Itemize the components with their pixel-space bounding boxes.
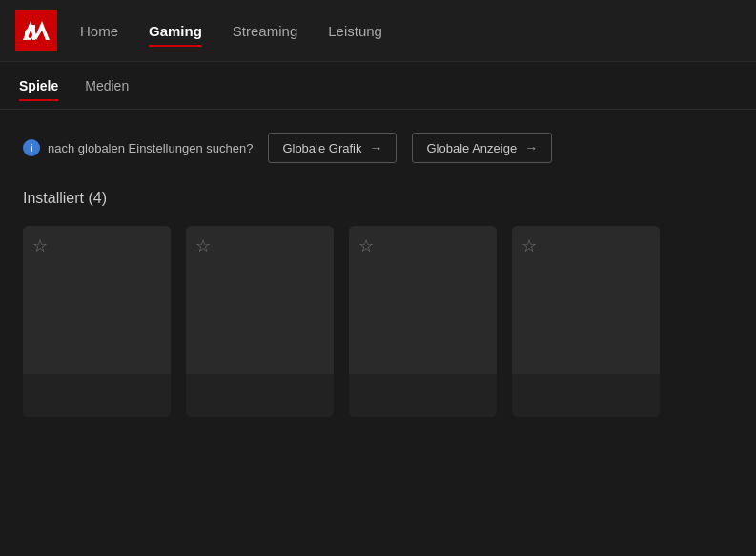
- subnav-item-medien[interactable]: Medien: [85, 74, 129, 97]
- info-icon: i: [23, 139, 40, 156]
- anzeige-arrow-icon: →: [524, 140, 538, 155]
- nav-item-gaming[interactable]: Gaming: [149, 19, 202, 43]
- game-card-2-bottom: [186, 374, 334, 417]
- nav-item-leistung[interactable]: Leistung: [328, 19, 382, 43]
- globale-anzeige-label: Globale Anzeige: [426, 141, 517, 155]
- game-card-1-top: ☆: [23, 226, 171, 374]
- grafik-arrow-icon: →: [369, 140, 382, 155]
- game-card-4[interactable]: ☆: [512, 226, 660, 417]
- globale-anzeige-button[interactable]: Globale Anzeige →: [412, 133, 552, 163]
- game-card-3[interactable]: ☆: [349, 226, 497, 417]
- game-card-3-bottom: [349, 374, 497, 417]
- info-text-group: i nach globalen Einstellungen suchen?: [23, 139, 253, 156]
- game-4-star-icon[interactable]: ☆: [521, 236, 537, 257]
- game-card-4-top: ☆: [512, 226, 660, 374]
- game-card-4-bottom: [512, 374, 660, 417]
- section-title: Installiert (4): [23, 190, 733, 207]
- info-bar: i nach globalen Einstellungen suchen? Gl…: [23, 133, 733, 163]
- main-content: i nach globalen Einstellungen suchen? Gl…: [0, 110, 756, 440]
- game-3-star-icon[interactable]: ☆: [358, 236, 374, 257]
- game-card-1-bottom: [23, 374, 171, 417]
- info-text: nach globalen Einstellungen suchen?: [48, 141, 253, 155]
- nav-items: Home Gaming Streaming Leistung: [80, 19, 382, 43]
- game-card-3-top: ☆: [349, 226, 497, 374]
- top-navigation: d Home Gaming Streaming Leistung: [0, 0, 756, 62]
- games-grid: ☆ ☆ ☆ ☆: [23, 226, 733, 417]
- subnav-item-spiele[interactable]: Spiele: [19, 74, 58, 97]
- nav-item-streaming[interactable]: Streaming: [233, 19, 297, 43]
- sub-navigation: Spiele Medien: [0, 62, 756, 110]
- game-card-1[interactable]: ☆: [23, 226, 171, 417]
- globale-grafik-button[interactable]: Globale Grafik →: [268, 133, 397, 163]
- game-card-2[interactable]: ☆: [186, 226, 334, 417]
- amd-logo: d: [15, 10, 57, 51]
- game-card-2-top: ☆: [186, 226, 334, 374]
- nav-item-home[interactable]: Home: [80, 19, 118, 43]
- globale-grafik-label: Globale Grafik: [282, 141, 361, 155]
- game-1-star-icon[interactable]: ☆: [32, 236, 48, 257]
- game-2-star-icon[interactable]: ☆: [195, 236, 211, 257]
